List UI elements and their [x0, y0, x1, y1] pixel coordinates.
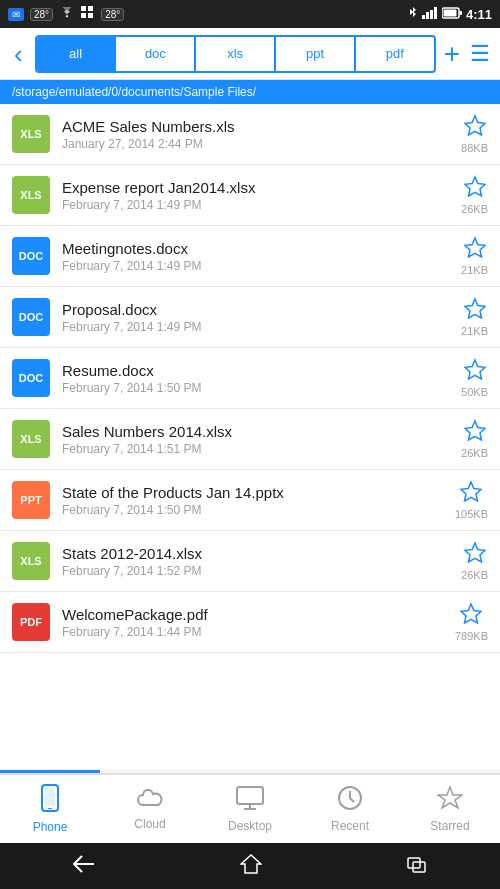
file-date: January 27, 2014 2:44 PM [62, 137, 449, 151]
svg-marker-13 [465, 238, 485, 257]
star-icon[interactable] [460, 480, 482, 506]
file-info: ACME Sales Numbers.xls January 27, 2014 … [62, 118, 449, 151]
nav-phone[interactable]: Phone [0, 776, 100, 842]
star-icon[interactable] [464, 175, 486, 201]
file-type-icon: XLS [12, 176, 50, 214]
file-type-icon: DOC [12, 359, 50, 397]
svg-marker-12 [465, 177, 485, 196]
status-time: 4:11 [466, 7, 492, 22]
nav-recent[interactable]: Recent [300, 777, 400, 841]
file-item[interactable]: DOC Resume.docx February 7, 2014 1:50 PM… [0, 348, 500, 409]
svg-marker-16 [465, 421, 485, 440]
svg-rect-7 [434, 7, 437, 19]
svg-rect-21 [45, 788, 55, 806]
star-icon[interactable] [464, 114, 486, 140]
file-name: Resume.docx [62, 362, 449, 379]
nav-cloud[interactable]: Cloud [100, 779, 200, 839]
file-name: ACME Sales Numbers.xls [62, 118, 449, 135]
phone-label: Phone [33, 820, 68, 834]
file-info: Resume.docx February 7, 2014 1:50 PM [62, 362, 449, 395]
svg-marker-18 [465, 543, 485, 562]
toolbar: ‹ all doc xls ppt pdf + ☰ [0, 28, 500, 80]
filter-tabs: all doc xls ppt pdf [35, 35, 436, 73]
filter-ppt[interactable]: ppt [276, 37, 356, 71]
file-size: 105KB [455, 508, 488, 520]
svg-rect-3 [88, 13, 93, 18]
mail-icon: ✉ [8, 8, 24, 21]
file-info: Proposal.docx February 7, 2014 1:49 PM [62, 301, 449, 334]
star-icon[interactable] [464, 236, 486, 262]
file-size: 789KB [455, 630, 488, 642]
svg-rect-23 [237, 787, 263, 804]
svg-rect-22 [48, 808, 52, 809]
file-size: 21KB [461, 264, 488, 276]
svg-rect-4 [422, 15, 425, 19]
file-item[interactable]: DOC Meetingnotes.docx February 7, 2014 1… [0, 226, 500, 287]
file-meta: 21KB [461, 297, 488, 337]
nav-starred[interactable]: Starred [400, 777, 500, 841]
file-info: State of the Products Jan 14.pptx Februa… [62, 484, 443, 517]
battery-icon [442, 7, 462, 21]
back-system-button[interactable] [73, 855, 95, 878]
file-item[interactable]: XLS Stats 2012-2014.xlsx February 7, 201… [0, 531, 500, 592]
recents-system-button[interactable] [407, 855, 427, 878]
svg-rect-0 [81, 6, 86, 11]
svg-marker-14 [465, 299, 485, 318]
svg-rect-6 [430, 10, 433, 19]
svg-marker-17 [461, 482, 481, 501]
file-meta: 26KB [461, 175, 488, 215]
file-item[interactable]: DOC Proposal.docx February 7, 2014 1:49 … [0, 287, 500, 348]
file-size: 26KB [461, 447, 488, 459]
svg-marker-29 [241, 855, 261, 873]
file-type-icon: XLS [12, 420, 50, 458]
file-type-icon: PDF [12, 603, 50, 641]
grid-icon [81, 6, 95, 22]
nav-desktop[interactable]: Desktop [200, 777, 300, 841]
star-icon[interactable] [464, 541, 486, 567]
menu-button[interactable]: ☰ [470, 41, 490, 67]
temp-badge-2: 28° [101, 8, 124, 21]
bluetooth-icon [408, 6, 418, 22]
star-icon[interactable] [460, 602, 482, 628]
file-item[interactable]: PDF WelcomePackage.pdf February 7, 2014 … [0, 592, 500, 653]
svg-rect-31 [413, 862, 425, 872]
starred-icon [437, 785, 463, 815]
file-date: February 7, 2014 1:49 PM [62, 259, 449, 273]
file-type-icon: DOC [12, 237, 50, 275]
temp-badge-1: 28° [30, 8, 53, 21]
filter-pdf[interactable]: pdf [356, 37, 434, 71]
file-name: Sales Numbers 2014.xlsx [62, 423, 449, 440]
desktop-icon [235, 785, 265, 815]
file-item[interactable]: XLS Sales Numbers 2014.xlsx February 7, … [0, 409, 500, 470]
star-icon[interactable] [464, 419, 486, 445]
status-bar: ✉ 28° 28° [0, 0, 500, 28]
recent-icon [337, 785, 363, 815]
system-nav [0, 843, 500, 889]
file-list: XLS ACME Sales Numbers.xls January 27, 2… [0, 104, 500, 769]
svg-marker-27 [438, 787, 462, 808]
file-size: 21KB [461, 325, 488, 337]
filter-xls[interactable]: xls [196, 37, 276, 71]
file-info: Expense report Jan2014.xlsx February 7, … [62, 179, 449, 212]
file-item[interactable]: PPT State of the Products Jan 14.pptx Fe… [0, 470, 500, 531]
star-icon[interactable] [464, 297, 486, 323]
file-item[interactable]: XLS Expense report Jan2014.xlsx February… [0, 165, 500, 226]
desktop-label: Desktop [228, 819, 272, 833]
filter-doc[interactable]: doc [116, 37, 196, 71]
file-date: February 7, 2014 1:44 PM [62, 625, 443, 639]
filter-all[interactable]: all [37, 37, 117, 71]
file-type-icon: XLS [12, 115, 50, 153]
home-system-button[interactable] [240, 854, 262, 879]
starred-label: Starred [430, 819, 469, 833]
file-info: Sales Numbers 2014.xlsx February 7, 2014… [62, 423, 449, 456]
add-button[interactable]: + [444, 40, 460, 68]
back-button[interactable]: ‹ [10, 37, 27, 71]
file-type-icon: XLS [12, 542, 50, 580]
file-name: State of the Products Jan 14.pptx [62, 484, 443, 501]
file-name: Stats 2012-2014.xlsx [62, 545, 449, 562]
file-size: 50KB [461, 386, 488, 398]
svg-rect-30 [408, 858, 420, 868]
file-item[interactable]: XLS ACME Sales Numbers.xls January 27, 2… [0, 104, 500, 165]
star-icon[interactable] [464, 358, 486, 384]
file-meta: 789KB [455, 602, 488, 642]
